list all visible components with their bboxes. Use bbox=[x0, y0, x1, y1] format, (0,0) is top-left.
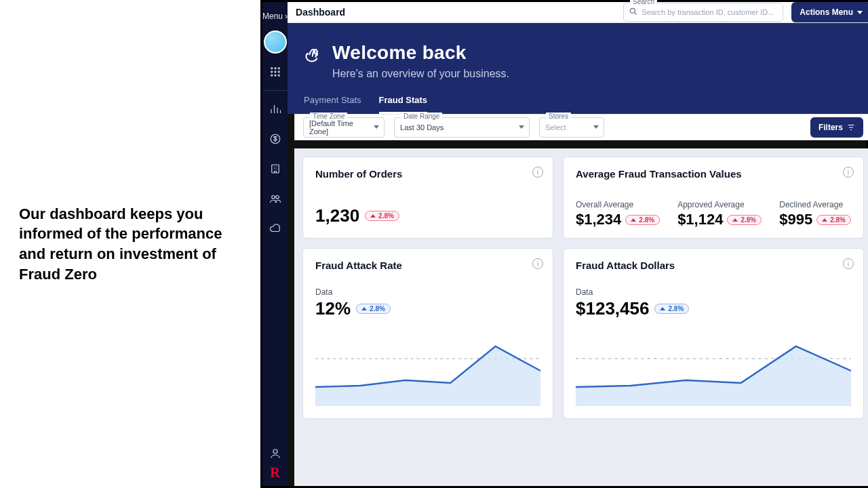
card-title: Number of Orders bbox=[315, 168, 540, 180]
currency-icon[interactable] bbox=[264, 127, 287, 150]
svg-point-6 bbox=[271, 75, 272, 76]
delta-badge: 2.8% bbox=[365, 211, 399, 221]
filter-icon bbox=[847, 123, 855, 131]
hero-tabs: Payment Stats Fraud Stats bbox=[304, 95, 863, 114]
nav-divider bbox=[263, 90, 288, 91]
hero-section: Welcome back Here's an overview of your … bbox=[288, 23, 868, 114]
card-fraud-attack-rate: Fraud Attack Rate i Data 12% 2.8% bbox=[302, 248, 553, 419]
menu-toggle[interactable]: Menu › bbox=[262, 12, 288, 21]
users-icon[interactable] bbox=[264, 187, 287, 210]
timezone-label: Time Zone bbox=[310, 113, 347, 120]
card-title: Average Fraud Transaction Values bbox=[576, 168, 851, 180]
svg-point-12 bbox=[275, 196, 279, 199]
info-icon[interactable]: i bbox=[843, 167, 854, 178]
svg-point-11 bbox=[271, 196, 275, 199]
data-sublabel: Data bbox=[576, 287, 851, 297]
rate-sparkline bbox=[315, 331, 540, 406]
svg-point-5 bbox=[278, 71, 279, 73]
grid-apps-icon[interactable] bbox=[264, 60, 287, 83]
tab-fraud-stats[interactable]: Fraud Stats bbox=[379, 95, 428, 114]
stores-field: Stores Select bbox=[539, 117, 604, 138]
info-icon[interactable]: i bbox=[532, 258, 543, 269]
delta-badge: 2.8% bbox=[727, 215, 762, 225]
avatar[interactable] bbox=[264, 30, 287, 54]
up-arrow-icon bbox=[822, 218, 827, 222]
daterange-label: Date Range bbox=[401, 113, 442, 120]
dollars-sparkline bbox=[576, 331, 851, 406]
up-arrow-icon bbox=[631, 218, 636, 222]
hero-subtitle: Here's an overview of your business. bbox=[332, 68, 509, 80]
marketing-caption-panel: Our dashboard keeps you informed of the … bbox=[0, 0, 260, 488]
up-arrow-icon bbox=[370, 214, 376, 218]
building-icon[interactable] bbox=[264, 157, 287, 180]
app-frame: Menu › R Dashboard Search Actions Menu bbox=[260, 0, 868, 488]
dollars-value: $123,456 bbox=[576, 298, 649, 319]
cloud-icon[interactable] bbox=[264, 217, 287, 240]
svg-point-0 bbox=[271, 68, 272, 69]
brand-logo-icon: R bbox=[270, 465, 279, 481]
info-icon[interactable]: i bbox=[843, 258, 854, 269]
stores-select[interactable]: Select bbox=[539, 117, 604, 138]
rate-value: 12% bbox=[315, 298, 351, 319]
svg-point-2 bbox=[278, 68, 279, 69]
metric-declined: Declined Average $995 2.8% bbox=[779, 200, 851, 228]
actions-menu-button[interactable]: Actions Menu bbox=[791, 2, 868, 22]
delta-badge: 2.8% bbox=[625, 215, 660, 225]
svg-point-1 bbox=[274, 68, 275, 69]
tab-payment-stats[interactable]: Payment Stats bbox=[304, 95, 361, 114]
stores-label: Stores bbox=[546, 113, 571, 120]
svg-point-13 bbox=[273, 449, 277, 453]
timezone-field: Time Zone [Default Time Zone] bbox=[303, 117, 384, 138]
filter-bar: Time Zone [Default Time Zone] Date Range… bbox=[294, 114, 868, 140]
top-bar: Dashboard Search Actions Menu bbox=[288, 2, 868, 23]
delta-badge: 2.8% bbox=[816, 215, 851, 225]
up-arrow-icon bbox=[361, 307, 367, 310]
search-label: Search bbox=[630, 0, 657, 5]
search-input[interactable] bbox=[623, 3, 783, 22]
hero-title: Welcome back bbox=[332, 42, 509, 64]
card-avg-fraud-values: Average Fraud Transaction Values i Overa… bbox=[563, 157, 864, 239]
svg-point-3 bbox=[271, 71, 272, 73]
delta-badge: 2.8% bbox=[654, 304, 689, 314]
menu-toggle-label: Menu bbox=[262, 12, 283, 21]
search-field: Search bbox=[623, 3, 783, 22]
up-arrow-icon bbox=[732, 218, 738, 222]
daterange-select[interactable]: Last 30 Days bbox=[394, 117, 530, 138]
filters-button[interactable]: Filters bbox=[810, 117, 863, 138]
svg-point-7 bbox=[274, 75, 275, 76]
wave-icon bbox=[304, 45, 323, 64]
svg-point-8 bbox=[278, 75, 279, 76]
card-title: Fraud Attack Rate bbox=[315, 260, 540, 271]
side-nav: Menu › R bbox=[262, 2, 288, 486]
svg-point-14 bbox=[631, 8, 635, 13]
marketing-caption: Our dashboard keeps you informed of the … bbox=[19, 204, 241, 285]
info-icon[interactable]: i bbox=[532, 167, 543, 178]
delta-badge: 2.8% bbox=[356, 304, 391, 314]
cards-grid: Number of Orders i 1,230 2.8% Average Fr… bbox=[294, 148, 868, 486]
main-column: Dashboard Search Actions Menu Welcome ba… bbox=[288, 2, 868, 486]
profile-icon[interactable] bbox=[264, 442, 287, 465]
metric-approved: Approved Average $1,124 2.8% bbox=[677, 200, 762, 228]
svg-point-4 bbox=[274, 71, 275, 73]
chevron-down-icon bbox=[857, 11, 863, 14]
daterange-field: Date Range Last 30 Days bbox=[394, 117, 530, 138]
actions-menu-label: Actions Menu bbox=[800, 7, 853, 17]
data-sublabel: Data bbox=[315, 287, 540, 297]
metric-overall: Overall Average $1,234 2.8% bbox=[576, 200, 660, 228]
card-fraud-attack-dollars: Fraud Attack Dollars i Data $123,456 2.8… bbox=[563, 248, 864, 419]
card-title: Fraud Attack Dollars bbox=[576, 260, 851, 271]
page-title: Dashboard bbox=[296, 7, 345, 18]
timezone-select[interactable]: [Default Time Zone] bbox=[303, 117, 384, 138]
search-icon bbox=[629, 7, 638, 16]
analytics-icon[interactable] bbox=[264, 98, 287, 121]
orders-value: 1,230 bbox=[315, 205, 359, 226]
up-arrow-icon bbox=[660, 307, 665, 310]
card-number-of-orders: Number of Orders i 1,230 2.8% bbox=[302, 157, 553, 239]
